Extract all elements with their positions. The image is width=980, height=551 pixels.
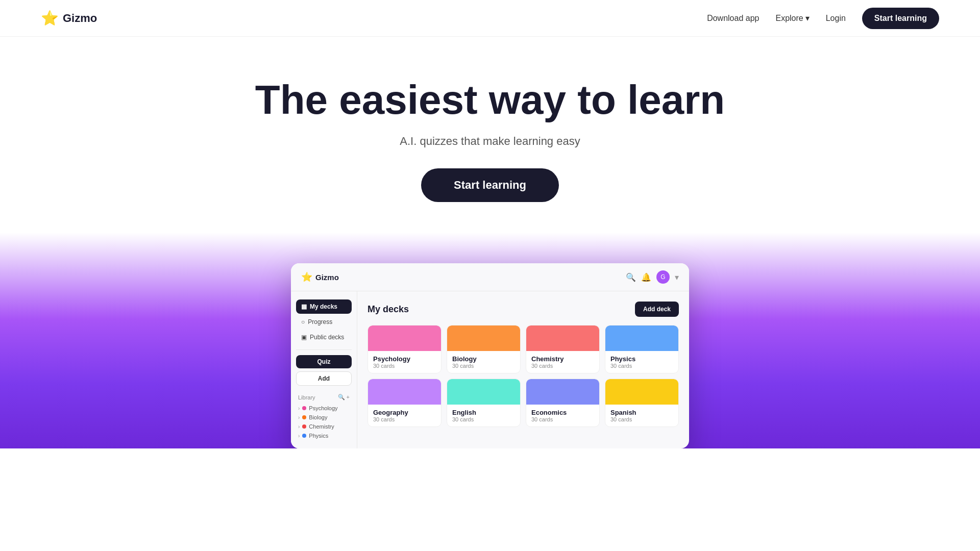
library-item-label: Biology (309, 414, 327, 420)
main-content-header: My decks Add deck (368, 302, 679, 317)
library-items: › Psychology › Biology › Chemistry › Phy… (296, 404, 352, 440)
deck-color-bar (526, 325, 599, 351)
deck-count: 30 cards (373, 363, 436, 369)
download-app-link[interactable]: Download app (707, 14, 759, 23)
deck-info: English 30 cards (447, 405, 520, 427)
library-header: Library 🔍 + (296, 394, 352, 400)
color-dot (302, 434, 306, 438)
bell-icon[interactable]: 🔔 (641, 272, 651, 282)
app-logo: ⭐ Gizmo (301, 271, 339, 283)
deck-info: Physics 30 cards (605, 351, 678, 373)
deck-color-bar (447, 325, 520, 351)
add-deck-button[interactable]: Add deck (635, 302, 679, 317)
hero-section: The easiest way to learn A.I. quizzes th… (0, 37, 980, 233)
main-content: My decks Add deck Psychology 30 cards Bi… (357, 291, 689, 448)
deck-name: Spanish (610, 409, 673, 416)
search-icon[interactable]: 🔍 (626, 272, 636, 282)
library-item[interactable]: › Biology (296, 413, 352, 422)
sidebar-item-public-decks[interactable]: ▣ Public decks (296, 330, 352, 344)
app-titlebar: ⭐ Gizmo 🔍 🔔 G ▾ (291, 263, 689, 291)
explore-menu[interactable]: Explore ▾ (775, 13, 809, 23)
chevron-down-icon: ▾ (675, 272, 679, 282)
deck-info: Psychology 30 cards (368, 351, 441, 373)
decks-grid: Psychology 30 cards Biology 30 cards Che… (368, 325, 679, 427)
color-dot (302, 406, 306, 410)
deck-card[interactable]: English 30 cards (447, 379, 521, 427)
deck-count: 30 cards (610, 363, 673, 369)
library-item[interactable]: › Physics (296, 431, 352, 440)
color-dot (302, 415, 306, 419)
deck-info: Economics 30 cards (526, 405, 599, 427)
quiz-button[interactable]: Quiz (296, 355, 352, 368)
progress-icon: ○ (301, 318, 305, 325)
deck-card[interactable]: Biology 30 cards (447, 325, 521, 373)
hero-title: The easiest way to learn (255, 78, 725, 122)
sidebar-item-progress[interactable]: ○ Progress (296, 315, 352, 329)
deck-info: Geography 30 cards (368, 405, 441, 427)
main-title: My decks (368, 304, 409, 315)
navbar: ⭐ Gizmo Download app Explore ▾ Login Sta… (0, 0, 980, 37)
library-actions: 🔍 + (338, 394, 350, 400)
deck-card[interactable]: Geography 30 cards (368, 379, 442, 427)
deck-card[interactable]: Physics 30 cards (605, 325, 679, 373)
deck-name: Economics (531, 409, 594, 416)
app-titlebar-icons: 🔍 🔔 G ▾ (626, 270, 679, 284)
deck-count: 30 cards (531, 416, 594, 422)
logo-star-icon: ⭐ (41, 10, 59, 27)
library-section: Library 🔍 + › Psychology › Biology › Che… (296, 394, 352, 440)
deck-count: 30 cards (373, 416, 436, 422)
deck-name: English (452, 409, 515, 416)
deck-count: 30 cards (452, 363, 515, 369)
deck-name: Physics (610, 355, 673, 363)
deck-name: Psychology (373, 355, 436, 363)
deck-count: 30 cards (610, 416, 673, 422)
deck-color-bar (368, 325, 441, 351)
sidebar-item-my-decks[interactable]: ▦ My decks (296, 299, 352, 314)
deck-color-bar (447, 379, 520, 405)
deck-name: Chemistry (531, 355, 594, 363)
decks-icon: ▦ (301, 303, 307, 310)
hero-subtitle: A.I. quizzes that make learning easy (400, 135, 580, 148)
logo[interactable]: ⭐ Gizmo (41, 10, 97, 27)
app-logo-star-icon: ⭐ (301, 271, 312, 283)
hero-start-learning-button[interactable]: Start learning (421, 168, 559, 202)
color-dot (302, 424, 306, 429)
deck-card[interactable]: Economics 30 cards (526, 379, 600, 427)
deck-color-bar (526, 379, 599, 405)
deck-info: Biology 30 cards (447, 351, 520, 373)
nav-start-learning-button[interactable]: Start learning (862, 8, 939, 29)
app-window: ⭐ Gizmo 🔍 🔔 G ▾ ▦ My decks ○ Progress (291, 263, 689, 448)
public-decks-icon: ▣ (301, 334, 307, 341)
preview-section: ⭐ Gizmo 🔍 🔔 G ▾ ▦ My decks ○ Progress (0, 233, 980, 448)
login-link[interactable]: Login (826, 14, 846, 23)
deck-info: Chemistry 30 cards (526, 351, 599, 373)
app-logo-text: Gizmo (315, 273, 339, 282)
deck-info: Spanish 30 cards (605, 405, 678, 427)
library-item[interactable]: › Chemistry (296, 422, 352, 431)
chevron-right-icon: › (298, 424, 300, 430)
app-body: ▦ My decks ○ Progress ▣ Public decks Qui… (291, 291, 689, 448)
library-item-label: Psychology (309, 405, 337, 411)
deck-card[interactable]: Psychology 30 cards (368, 325, 442, 373)
logo-text: Gizmo (63, 12, 97, 25)
add-button[interactable]: Add (296, 371, 352, 386)
library-item-label: Physics (309, 433, 328, 439)
avatar[interactable]: G (656, 270, 670, 284)
chevron-right-icon: › (298, 406, 300, 411)
chevron-right-icon: › (298, 433, 300, 439)
deck-name: Biology (452, 355, 515, 363)
deck-count: 30 cards (452, 416, 515, 422)
chevron-down-icon: ▾ (805, 13, 810, 23)
deck-color-bar (368, 379, 441, 405)
library-item[interactable]: › Psychology (296, 404, 352, 413)
deck-count: 30 cards (531, 363, 594, 369)
deck-name: Geography (373, 409, 436, 416)
sidebar: ▦ My decks ○ Progress ▣ Public decks Qui… (291, 291, 357, 448)
nav-links: Download app Explore ▾ Login Start learn… (707, 8, 939, 29)
deck-card[interactable]: Spanish 30 cards (605, 379, 679, 427)
deck-card[interactable]: Chemistry 30 cards (526, 325, 600, 373)
chevron-right-icon: › (298, 415, 300, 420)
library-item-label: Chemistry (309, 423, 334, 430)
deck-color-bar (605, 325, 678, 351)
deck-color-bar (605, 379, 678, 405)
